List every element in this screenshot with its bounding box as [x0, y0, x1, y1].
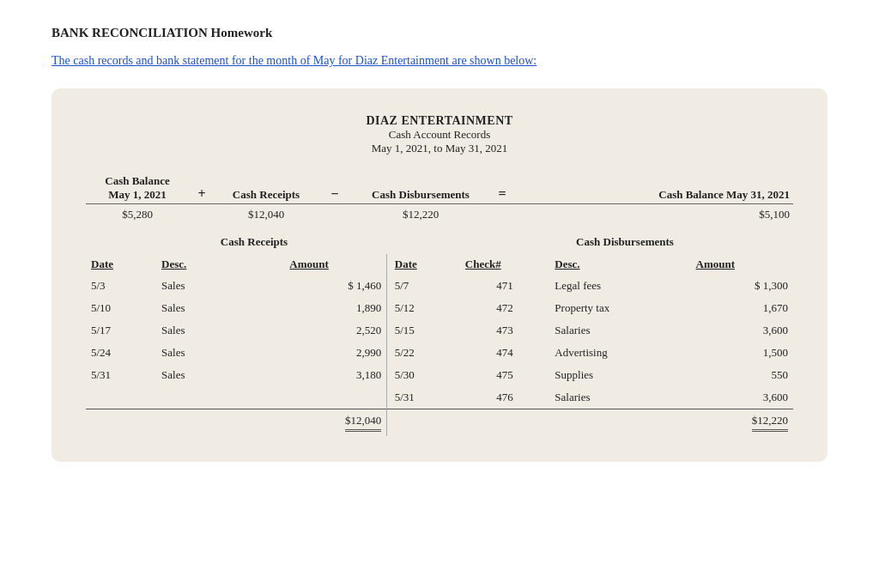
main-data-table: Date Desc. Amount Date Check# Desc. Amou… [86, 254, 793, 436]
total-row: $12,040$12,220 [86, 409, 793, 437]
record-title: Cash Account Records [86, 128, 793, 142]
card-header: DIAZ ENTERTAINMENT Cash Account Records … [86, 114, 793, 155]
check-cell: 473 [460, 319, 549, 342]
val-balance1: $5,280 [86, 204, 189, 224]
table-row: 5/31476Salaries3,600 [86, 386, 793, 409]
plus-op: + [189, 173, 215, 204]
check-cell: 472 [460, 297, 549, 319]
receipts-date-header: Date [86, 254, 156, 275]
summary-table: Cash Balance May 1, 2021 + Cash Receipts… [86, 173, 793, 223]
cash-disbursements-label: Cash Disbursements [352, 173, 489, 204]
equals-op: = [489, 173, 515, 204]
check-cell: 476 [460, 386, 549, 409]
table-row: 5/10Sales1,8905/12472Property tax1,670 [86, 297, 793, 319]
date-range: May 1, 2021, to May 31, 2021 [86, 142, 793, 155]
page-subtitle: The cash records and bank statement for … [52, 54, 827, 68]
cb-label2: Cash Balance May 31, 2021 [515, 173, 793, 204]
table-row: 5/3Sales$ 1,4605/7471Legal fees$ 1,300 [86, 275, 793, 297]
val-receipts: $12,040 [215, 204, 318, 224]
section-header-disbursements: Cash Disbursements [440, 235, 793, 249]
company-name: DIAZ ENTERTAINMENT [86, 114, 793, 128]
check-cell: 475 [460, 364, 549, 386]
check-cell: 474 [460, 342, 549, 364]
minus-op: − [318, 173, 352, 204]
card: DIAZ ENTERTAINMENT Cash Account Records … [52, 88, 827, 462]
section-header-receipts: Cash Receipts [86, 235, 440, 249]
disb-check-header: Check# [460, 254, 549, 275]
summary-section: Cash Balance May 1, 2021 + Cash Receipts… [86, 173, 793, 223]
disb-desc-header: Desc. [549, 254, 690, 275]
receipts-amount-header: Amount [284, 254, 386, 275]
val-disbursements: $12,220 [352, 204, 489, 224]
disb-date-header: Date [390, 254, 460, 275]
disb-amount-header: Amount [691, 254, 793, 275]
cash-receipts-label: Cash Receipts [215, 173, 318, 204]
table-row: 5/24Sales2,9905/22474Advertising1,500 [86, 342, 793, 364]
table-row: 5/31Sales3,1805/30475Supplies550 [86, 364, 793, 386]
cb-label1: Cash Balance [89, 174, 185, 188]
val-balance2: $5,100 [515, 204, 793, 224]
cb-date1: May 1, 2021 [89, 188, 185, 202]
table-row: 5/17Sales2,5205/15473Salaries3,600 [86, 319, 793, 342]
receipts-desc-header: Desc. [156, 254, 284, 275]
section-headers: Cash Receipts Cash Disbursements [86, 235, 793, 249]
check-cell: 471 [460, 275, 549, 297]
page-title: BANK RECONCILIATION Homework [52, 26, 827, 40]
